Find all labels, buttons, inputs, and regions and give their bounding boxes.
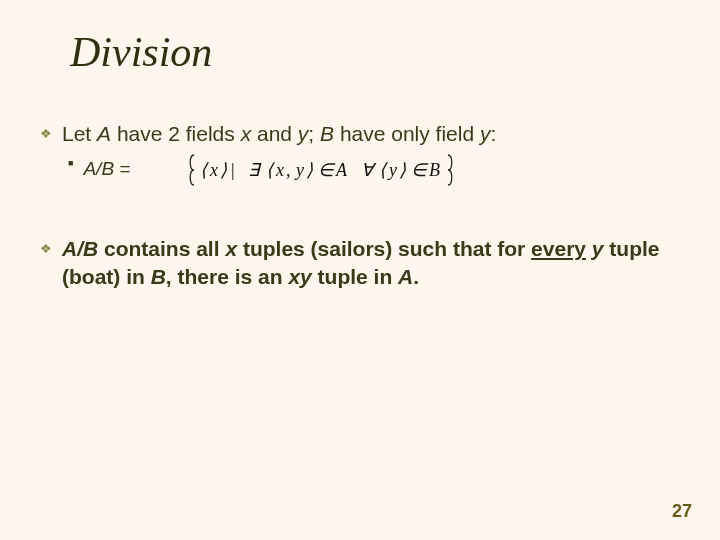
svg-text:A: A (335, 160, 348, 180)
slide-title: Division (70, 28, 212, 76)
svg-text:∈: ∈ (411, 160, 429, 180)
bullet-2-text: A/B contains all x tuples (sailors) such… (62, 235, 680, 290)
bullet-1: ❖ Let A have 2 fields x and y; B have on… (40, 120, 680, 147)
svg-text:B: B (429, 160, 440, 180)
svg-text:⟨: ⟨ (379, 160, 388, 180)
svg-text:⟩: ⟩ (306, 160, 313, 180)
svg-text:⟨: ⟨ (266, 160, 275, 180)
diamond-bullet-icon: ❖ (40, 241, 52, 256)
svg-text:|: | (230, 160, 235, 180)
svg-text:∀: ∀ (361, 160, 377, 180)
svg-text:∃: ∃ (248, 160, 262, 180)
svg-text:x: x (209, 160, 218, 180)
slide-body: ❖ Let A have 2 fields x and y; B have on… (40, 120, 680, 294)
svg-text:y: y (387, 160, 397, 180)
svg-text:⟩: ⟩ (220, 160, 227, 180)
svg-text:⟩: ⟩ (399, 160, 406, 180)
svg-text:y: y (294, 160, 304, 180)
svg-text:x: x (275, 160, 284, 180)
svg-text:,: , (286, 160, 291, 180)
page-number: 27 (672, 501, 692, 522)
bullet-1-text: Let A have 2 fields x and y; B have only… (62, 120, 496, 147)
bullet-2: ❖ A/B contains all x tuples (sailors) su… (40, 235, 680, 290)
svg-text:∈: ∈ (318, 160, 336, 180)
svg-text:⟨: ⟨ (200, 160, 209, 180)
sub-bullet-1: ■ A/B = ⟨ x ⟩ | ∃ ⟨ x (68, 151, 680, 189)
diamond-bullet-icon: ❖ (40, 126, 52, 141)
division-formula-icon: ⟨ x ⟩ | ∃ ⟨ x , y ⟩ ∈ A ∀ ⟨ y (186, 151, 456, 189)
sub-bullet-1-text: A/B = ⟨ x ⟩ | ∃ ⟨ x , y (83, 151, 455, 189)
square-bullet-icon: ■ (68, 158, 73, 168)
